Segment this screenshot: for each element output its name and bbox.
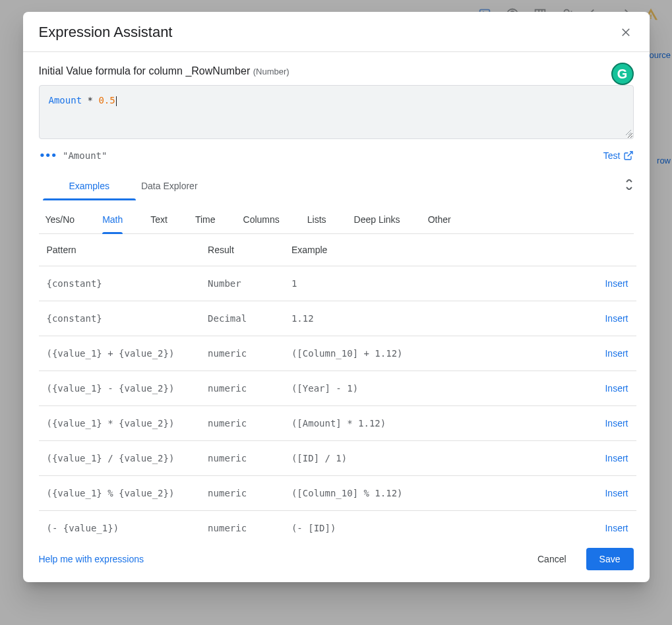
- cancel-button[interactable]: Cancel: [530, 549, 574, 570]
- tab-data-explorer[interactable]: Data Explorer: [141, 174, 198, 200]
- modal-header: Expression Assistant: [23, 12, 650, 52]
- close-button[interactable]: [618, 24, 634, 40]
- cat-tab-text[interactable]: Text: [150, 214, 168, 233]
- cat-tab-columns[interactable]: Columns: [243, 214, 280, 233]
- test-label: Test: [603, 150, 621, 161]
- cell-example: ([Year] - 1): [284, 371, 590, 406]
- examples-table: Pattern Result Example {constant}Number1…: [39, 234, 636, 537]
- table-row: ({value_1} - {value_2})numeric([Year] - …: [39, 371, 636, 406]
- cat-tab-deeplinks[interactable]: Deep Links: [354, 214, 400, 233]
- cell-result: numeric: [200, 476, 284, 511]
- th-result: Result: [200, 234, 284, 266]
- cell-result: numeric: [200, 406, 284, 441]
- insert-button[interactable]: Insert: [590, 406, 636, 441]
- expr-token-op: *: [88, 95, 93, 105]
- table-row: {constant}Decimal1.12Insert: [39, 301, 636, 336]
- modal-title: Expression Assistant: [39, 24, 173, 41]
- category-tabs: Yes/No Math Text Time Columns Lists Deep…: [39, 201, 634, 234]
- resize-handle-icon[interactable]: [625, 129, 632, 137]
- cell-pattern: {constant}: [39, 266, 200, 301]
- cell-example: ([Column_10] % 1.12): [284, 476, 590, 511]
- svg-line-16: [627, 152, 632, 156]
- insert-button[interactable]: Insert: [590, 301, 636, 336]
- loading-dots-icon: •••: [39, 148, 57, 162]
- cell-pattern: ({value_1} + {value_2}): [39, 336, 200, 371]
- table-row: ({value_1} % {value_2})numeric([Column_1…: [39, 476, 636, 511]
- cat-tab-lists[interactable]: Lists: [307, 214, 326, 233]
- insert-button[interactable]: Insert: [590, 336, 636, 371]
- table-row: (- {value_1})numeric(- [ID])Insert: [39, 511, 636, 538]
- insert-button[interactable]: Insert: [590, 371, 636, 406]
- cell-result: numeric: [200, 336, 284, 371]
- cat-tab-math[interactable]: Math: [102, 214, 123, 233]
- cat-tab-other[interactable]: Other: [428, 214, 451, 233]
- text-cursor: [116, 96, 117, 106]
- cell-example: ([Amount] * 1.12): [284, 406, 590, 441]
- table-row: ({value_1} * {value_2})numeric([Amount] …: [39, 406, 636, 441]
- cell-pattern: ({value_1} % {value_2}): [39, 476, 200, 511]
- cell-example: (- [ID]): [284, 511, 590, 538]
- top-tabs: Examples Data Explorer: [39, 174, 634, 201]
- table-row: ({value_1} + {value_2})numeric([Column_1…: [39, 336, 636, 371]
- status-left: ••• "Amount": [39, 148, 107, 162]
- table-row: ({value_1} / {value_2})numeric([ID] / 1)…: [39, 441, 636, 476]
- status-text: "Amount": [63, 150, 107, 161]
- formula-subtype: (Number): [253, 67, 290, 76]
- status-row: ••• "Amount" Test: [39, 139, 634, 174]
- cell-pattern: (- {value_1}): [39, 511, 200, 538]
- cell-pattern: ({value_1} * {value_2}): [39, 406, 200, 441]
- cell-pattern: ({value_1} - {value_2}): [39, 371, 200, 406]
- examples-table-wrap[interactable]: Pattern Result Example {constant}Number1…: [39, 234, 644, 537]
- table-row: {constant}Number1Insert: [39, 266, 636, 301]
- formula-label: Initial Value formula for column _RowNum…: [39, 65, 634, 77]
- formula-label-text: Initial Value formula for column _RowNum…: [39, 65, 251, 76]
- modal-footer: Help me with expressions Cancel Save: [23, 537, 650, 582]
- cell-result: numeric: [200, 371, 284, 406]
- help-link[interactable]: Help me with expressions: [39, 554, 144, 564]
- save-button[interactable]: Save: [586, 548, 634, 570]
- th-pattern: Pattern: [39, 234, 200, 266]
- cell-example: 1.12: [284, 301, 590, 336]
- footer-actions: Cancel Save: [530, 548, 634, 570]
- modal-overlay: Expression Assistant G Initial Value for…: [0, 0, 672, 625]
- cell-example: ([Column_10] + 1.12): [284, 336, 590, 371]
- modal-body: G Initial Value formula for column _RowN…: [23, 52, 650, 537]
- cell-pattern: ({value_1} / {value_2}): [39, 441, 200, 476]
- cell-result: Decimal: [200, 301, 284, 336]
- cat-tab-yesno[interactable]: Yes/No: [46, 214, 75, 233]
- insert-button[interactable]: Insert: [590, 476, 636, 511]
- cell-example: ([ID] / 1): [284, 441, 590, 476]
- collapse-icon[interactable]: [625, 179, 634, 190]
- cat-tab-time[interactable]: Time: [195, 214, 216, 233]
- expression-input[interactable]: Amount * 0.5: [39, 85, 634, 139]
- insert-button[interactable]: Insert: [590, 441, 636, 476]
- expression-assistant-modal: Expression Assistant G Initial Value for…: [23, 12, 650, 582]
- cell-pattern: {constant}: [39, 301, 200, 336]
- insert-button[interactable]: Insert: [590, 511, 636, 538]
- cell-result: numeric: [200, 441, 284, 476]
- th-example: Example: [284, 234, 590, 266]
- test-button[interactable]: Test: [603, 150, 634, 161]
- expr-token-field: Amount: [49, 95, 82, 105]
- tab-examples[interactable]: Examples: [69, 174, 109, 200]
- expr-token-number: 0.5: [98, 95, 115, 105]
- cell-example: 1: [284, 266, 590, 301]
- grammarly-icon[interactable]: G: [611, 63, 634, 85]
- insert-button[interactable]: Insert: [590, 266, 636, 301]
- cell-result: numeric: [200, 511, 284, 538]
- svg-line-14: [626, 130, 631, 135]
- svg-line-15: [628, 133, 631, 135]
- cell-result: Number: [200, 266, 284, 301]
